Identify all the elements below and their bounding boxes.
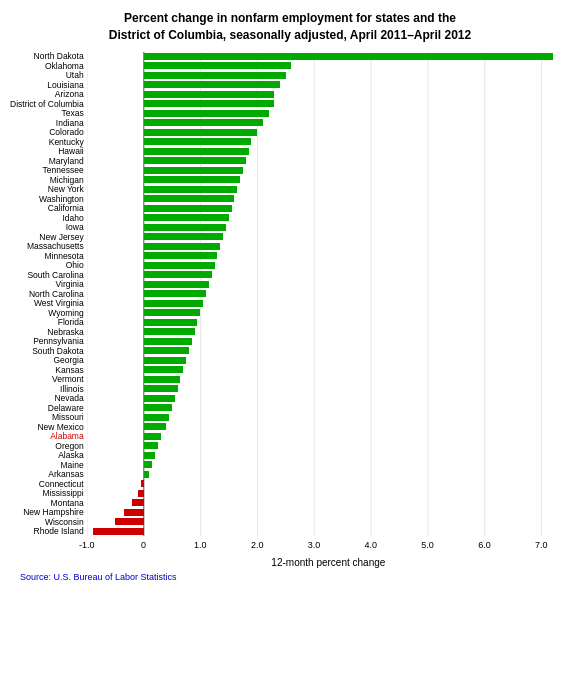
chart-container: Percent change in nonfarm employment for… [0, 0, 580, 612]
bar [144, 167, 243, 174]
x-axis-tick-label: 4.0 [365, 540, 378, 550]
bar [144, 471, 150, 478]
bar-row [87, 71, 570, 81]
bar [144, 176, 241, 183]
bar-row [87, 365, 570, 375]
y-label: New Mexico [37, 422, 83, 432]
y-label: Florida [58, 318, 84, 328]
bar-row [87, 194, 570, 204]
y-label: Georgia [53, 356, 83, 366]
bar-row [87, 498, 570, 508]
y-label: Wyoming [48, 308, 83, 318]
bar [144, 53, 553, 60]
y-label: Nevada [54, 394, 83, 404]
bar-row [87, 242, 570, 252]
bar-row [87, 422, 570, 432]
y-label: Kansas [55, 365, 83, 375]
y-label: Iowa [66, 223, 84, 233]
bar-row [87, 204, 570, 214]
y-label: Connecticut [39, 479, 84, 489]
y-label: South Carolina [27, 270, 83, 280]
y-label: Texas [61, 109, 83, 119]
y-label: Rhode Island [34, 527, 84, 537]
bar-row [87, 470, 570, 480]
y-label: Michigan [50, 175, 84, 185]
bar [144, 328, 195, 335]
bar-row [87, 375, 570, 385]
x-axis-tick-label: 1.0 [194, 540, 207, 550]
y-label: Nebraska [47, 327, 83, 337]
bar [144, 110, 269, 117]
y-label: Mississippi [43, 489, 84, 499]
bar-row [87, 99, 570, 109]
bar-row [87, 508, 570, 518]
bar [144, 262, 215, 269]
bar-row [87, 337, 570, 347]
y-label: Vermont [52, 375, 84, 385]
y-label: Oklahoma [45, 61, 84, 71]
bar [144, 404, 172, 411]
bar-row [87, 460, 570, 470]
bar [144, 205, 232, 212]
x-axis-tick-label: 7.0 [535, 540, 548, 550]
grid-and-bars [87, 52, 570, 537]
bar [144, 385, 178, 392]
bar-rows [87, 52, 570, 537]
bar [144, 347, 189, 354]
x-axis-tick-label: 3.0 [308, 540, 321, 550]
bar-row [87, 327, 570, 337]
bar-row [87, 318, 570, 328]
bar-row [87, 61, 570, 71]
bar-row [87, 489, 570, 499]
y-label: Pennsylvania [33, 337, 84, 347]
bar [144, 433, 161, 440]
bar-row [87, 90, 570, 100]
bar [144, 271, 212, 278]
bar [144, 442, 158, 449]
bars-section: -1.001.02.03.04.05.06.07.0 12-month perc… [87, 52, 570, 569]
x-axis-tick-label: 2.0 [251, 540, 264, 550]
bar [144, 300, 204, 307]
bar [144, 290, 207, 297]
bar-row [87, 128, 570, 138]
bar [144, 195, 235, 202]
bar [144, 224, 226, 231]
bar-row [87, 80, 570, 90]
bar-row [87, 156, 570, 166]
y-label: Maryland [49, 156, 84, 166]
x-axis-tick-label: -1.0 [79, 540, 95, 550]
chart-title: Percent change in nonfarm employment for… [10, 10, 570, 44]
bar [144, 243, 221, 250]
y-label: Arkansas [48, 470, 83, 480]
y-label: Utah [66, 71, 84, 81]
bar-row [87, 137, 570, 147]
y-label: Illinois [60, 384, 84, 394]
bar-row [87, 280, 570, 290]
bar-row [87, 175, 570, 185]
bar [144, 148, 249, 155]
y-label: Louisiana [47, 80, 83, 90]
bar-row [87, 251, 570, 261]
y-label: Delaware [48, 403, 84, 413]
bar-row [87, 118, 570, 128]
y-label: Alabama [50, 432, 84, 442]
bar [144, 309, 201, 316]
source: Source: U.S. Bureau of Labor Statistics [20, 572, 570, 582]
x-axis-tick-label: 5.0 [421, 540, 434, 550]
bar [124, 509, 144, 516]
bar-row [87, 52, 570, 62]
bar-row [87, 299, 570, 309]
y-label: Oregon [55, 441, 83, 451]
bar [144, 319, 198, 326]
x-axis-labels: -1.001.02.03.04.05.06.07.0 [87, 540, 570, 554]
bar [93, 528, 144, 535]
bar-row [87, 289, 570, 299]
bar [144, 214, 229, 221]
bar [144, 281, 209, 288]
bar [144, 357, 187, 364]
bar [144, 91, 275, 98]
bar [141, 480, 144, 487]
y-label: Virginia [55, 280, 83, 290]
bar [144, 100, 275, 107]
y-label: North Dakota [34, 52, 84, 62]
